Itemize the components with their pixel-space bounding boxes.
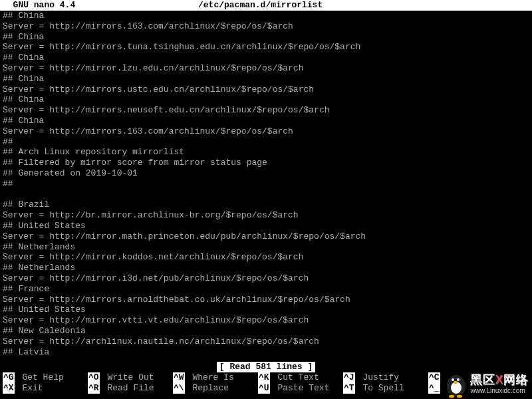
shortcut-label: Exit <box>17 383 43 394</box>
editor-line[interactable]: ## China <box>3 53 529 63</box>
editor-line[interactable]: ## <box>3 137 529 148</box>
editor-line[interactable]: Server = http://mirrors.ustc.edu.cn/arch… <box>3 84 529 95</box>
shortcut-label: Read File <box>102 383 154 394</box>
editor-line[interactable]: ## Latvia <box>3 347 529 358</box>
watermark-url: www.Linuxidc.com <box>470 386 525 396</box>
editor-line[interactable]: Server = http://br.mirror.archlinux-br.o… <box>3 210 529 221</box>
editor-line[interactable]: ## China <box>3 116 529 126</box>
editor-line[interactable]: ## Brazil <box>3 200 529 210</box>
shortcut-key: ^C <box>428 372 440 383</box>
editor-line[interactable]: ## United States <box>3 305 529 315</box>
penguin-icon <box>446 374 466 398</box>
editor-line[interactable]: Server = http://mirrors.163.com/archlinu… <box>3 21 529 32</box>
editor-line[interactable]: Server = http://mirror.math.princeton.ed… <box>3 231 529 242</box>
editor-line[interactable]: ## China <box>3 32 529 43</box>
editor-line[interactable]: ## France <box>3 284 529 295</box>
editor-line[interactable]: ## Netherlands <box>3 242 529 253</box>
shortcut-key: ^R <box>88 383 100 394</box>
shortcut-label: To Spell <box>358 383 404 394</box>
editor-line[interactable]: ## Netherlands <box>3 263 529 273</box>
shortcut-key: ^T <box>343 383 355 394</box>
shortcut-key: ^O <box>88 372 100 383</box>
shortcut-key: ^\ <box>173 383 185 394</box>
editor-line[interactable]: ## Filtered by mirror score from mirror … <box>3 158 529 168</box>
editor-line[interactable]: ## Arch Linux repository mirrorlist <box>3 147 529 158</box>
shortcut-key: ^U <box>258 383 270 394</box>
editor-content[interactable]: ## ChinaServer = http://mirrors.163.com/… <box>0 11 532 357</box>
shortcut-key: ^_ <box>428 383 440 394</box>
status-message: [ Read 581 lines ] <box>217 362 315 372</box>
editor-line[interactable]: ## United States <box>3 221 529 231</box>
shortcut-item: ^\ Replace <box>173 383 258 394</box>
editor-line[interactable]: ## Generated on 2019-10-01 <box>3 168 529 179</box>
shortcut-label: Cut Text <box>273 372 319 383</box>
status-bar: [ Read 581 lines ] <box>0 362 532 372</box>
editor-line[interactable]: Server = http://mirror.koddos.net/archli… <box>3 252 529 263</box>
titlebar: GNU nano 4.4 /etc/pacman.d/mirrorlist <box>0 0 532 11</box>
shortcut-key: ^J <box>343 372 355 383</box>
shortcut-item: ^X Exit <box>3 383 88 394</box>
watermark-title: 黑区X网络 <box>470 375 528 386</box>
shortcut-label: Paste Text <box>273 383 330 394</box>
editor-line[interactable]: Server = http://mirror.i3d.net/pub/archl… <box>3 273 529 284</box>
shortcut-label: Write Out <box>102 372 154 383</box>
editor-line[interactable]: Server = http://mirrors.tuna.tsinghua.ed… <box>3 42 529 53</box>
editor-line[interactable]: Server = http://mirrors.163.com/archlinu… <box>3 126 529 137</box>
shortcut-item: ^T To Spell <box>343 383 428 394</box>
editor-line[interactable]: ## China <box>3 74 529 84</box>
file-path: /etc/pacman.d/mirrorlist <box>75 0 532 11</box>
app-name: GNU nano 4.4 <box>0 0 75 11</box>
watermark: 黑区X网络 www.Linuxidc.com <box>446 374 528 398</box>
shortcut-item: ^G Get Help <box>3 372 88 383</box>
shortcut-key: ^G <box>3 372 15 383</box>
shortcut-item: ^J Justify <box>343 372 428 383</box>
shortcut-label: Justify <box>358 372 399 383</box>
shortcut-item: ^W Where Is <box>173 372 258 383</box>
shortcut-label: Replace <box>188 383 229 394</box>
shortcut-label: Get Help <box>17 372 64 383</box>
shortcut-item: ^U Paste Text <box>258 383 343 394</box>
shortcut-item: ^K Cut Text <box>258 372 343 383</box>
editor-line[interactable]: Server = http://mirrors.neusoft.edu.cn/a… <box>3 105 529 116</box>
editor-line[interactable]: Server = http://mirror.lzu.edu.cn/archli… <box>3 63 529 74</box>
shortcut-item: ^R Read File <box>88 383 173 394</box>
editor-line[interactable]: ## China <box>3 11 529 21</box>
shortcut-key: ^X <box>3 383 15 394</box>
editor-line[interactable]: Server = http://mirror.vtti.vt.edu/archl… <box>3 315 529 326</box>
editor-line[interactable]: ## China <box>3 94 529 105</box>
editor-line[interactable]: Server = http://mirrors.arnoldthebat.co.… <box>3 295 529 305</box>
shortcut-key: ^W <box>173 372 185 383</box>
shortcut-key: ^K <box>258 372 270 383</box>
editor-line[interactable] <box>3 190 529 200</box>
shortcut-item: ^O Write Out <box>88 372 173 383</box>
editor-line[interactable]: ## <box>3 179 529 190</box>
shortcut-label: Where Is <box>188 372 234 383</box>
editor-line[interactable]: ## New Caledonia <box>3 326 529 336</box>
editor-line[interactable]: Server = http://archlinux.nautile.nc/arc… <box>3 336 529 347</box>
